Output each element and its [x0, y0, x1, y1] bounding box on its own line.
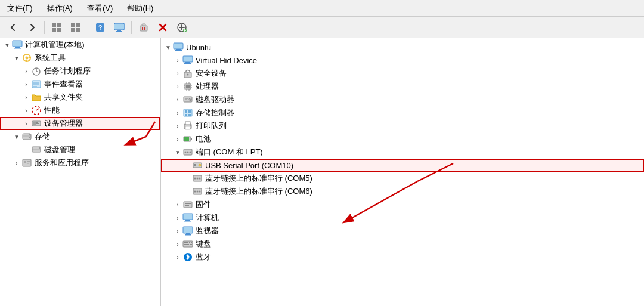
toggle-task[interactable]: › — [21, 66, 31, 76]
tree-monitor[interactable]: › 监视器 — [161, 224, 644, 237]
delete-button[interactable] — [135, 20, 152, 35]
tree-firmware[interactable]: › 固件 — [161, 198, 644, 211]
svg-rect-85 — [188, 110, 191, 113]
toggle-storage-ctrl[interactable]: › — [173, 108, 182, 118]
toggle-perf[interactable]: › — [21, 106, 31, 115]
tree-storage[interactable]: ▼ 存储 — [0, 130, 160, 143]
tree-system-tools[interactable]: ▼ 系统工具 — [0, 51, 160, 64]
toggle-event[interactable]: › — [21, 79, 31, 89]
svg-rect-124 — [191, 242, 192, 243]
tree-bt-com6[interactable]: › 蓝牙链接上的标准串行 (COM6) — [161, 185, 644, 198]
svg-rect-59 — [27, 163, 29, 164]
tree-print-queue[interactable]: › 打印队列 — [161, 119, 644, 132]
event-icon — [31, 79, 42, 89]
svg-point-109 — [199, 191, 201, 193]
root-label: 计算机管理(本地) — [25, 39, 85, 50]
toggle-security[interactable]: › — [173, 69, 182, 78]
tree-disk-mgmt[interactable]: › 磁盘管理 — [0, 143, 160, 156]
tree-shared-folders[interactable]: › 共享文件夹 — [0, 91, 160, 104]
print-queue-label: 打印队列 — [196, 120, 227, 131]
tree-services[interactable]: › 服务和应用程序 — [0, 156, 160, 169]
menu-action[interactable]: 操作(A) — [45, 2, 75, 15]
shared-folders-label: 共享文件夹 — [44, 92, 83, 103]
svg-rect-45 — [33, 122, 36, 125]
toggle-device-mgr[interactable]: › — [21, 119, 31, 128]
toggle-battery[interactable]: › — [173, 134, 182, 144]
svg-rect-58 — [27, 161, 30, 162]
toggle-shared[interactable]: › — [21, 92, 31, 102]
tree-disk-drives[interactable]: › 磁盘驱动器 — [161, 93, 644, 106]
add-button[interactable] — [174, 20, 190, 35]
svg-rect-111 — [185, 203, 191, 204]
tree-performance[interactable]: › 性能 — [0, 104, 160, 117]
svg-rect-34 — [29, 57, 31, 58]
tree-bluetooth[interactable]: › 蓝牙 — [161, 251, 644, 264]
tree-computer-node[interactable]: › 计算机 — [161, 211, 644, 224]
toggle-vhid[interactable]: › — [173, 55, 182, 65]
svg-rect-84 — [185, 110, 187, 113]
toggle-print[interactable]: › — [173, 121, 182, 131]
toggle-storage[interactable]: ▼ — [12, 132, 21, 141]
toggle-comp-node[interactable]: › — [173, 213, 182, 222]
tree-device-manager[interactable]: › 设备管理器 — [0, 117, 160, 130]
view-button-1[interactable] — [48, 20, 65, 35]
svg-rect-13 — [116, 31, 122, 32]
toggle-services[interactable]: › — [12, 158, 21, 168]
svg-rect-1 — [57, 23, 61, 27]
svg-rect-11 — [114, 24, 124, 29]
monitor-icon — [182, 225, 193, 236]
tree-usb-serial[interactable]: › USB Serial Port (COM10) — [161, 159, 644, 172]
menu-help[interactable]: 帮助(H) — [125, 2, 156, 15]
toolbar-sep-3 — [131, 21, 132, 34]
toggle-keyboard[interactable]: › — [173, 239, 182, 249]
tree-bt-com5[interactable]: › 蓝牙链接上的标准串行 (COM5) — [161, 172, 644, 185]
tree-virtual-hid[interactable]: › Virtual Hid Device — [161, 54, 644, 67]
svg-point-98 — [190, 152, 191, 153]
event-viewer-label: 事件查看器 — [44, 79, 83, 89]
services-icon — [21, 157, 32, 168]
system-tools-icon — [21, 52, 32, 63]
toolbar: ? — [0, 17, 644, 38]
svg-rect-113 — [183, 214, 193, 220]
tree-storage-ctrl[interactable]: › 存储控制器 — [161, 106, 644, 119]
toggle-system-tools[interactable]: ▼ — [12, 53, 21, 63]
back-button[interactable] — [5, 20, 21, 35]
performance-icon — [31, 105, 42, 116]
svg-rect-60 — [174, 43, 183, 49]
help-button[interactable]: ? — [92, 20, 109, 35]
tree-root-computer[interactable]: ▼ 计算机管理(本地) — [0, 38, 160, 51]
toggle-disk-drives[interactable]: › — [173, 95, 182, 104]
monitor-button[interactable] — [111, 20, 128, 35]
tree-battery[interactable]: › 电池 — [161, 132, 644, 146]
ports-label: 端口 (COM 和 LPT) — [196, 147, 263, 157]
bluetooth-icon — [182, 252, 193, 262]
svg-rect-2 — [52, 28, 56, 32]
toggle-monitor[interactable]: › — [173, 226, 182, 236]
tree-task-scheduler[interactable]: › 任务计划程序 — [0, 64, 160, 78]
view-button-2[interactable] — [67, 20, 84, 35]
tree-processor[interactable]: › 处理器 — [161, 80, 644, 93]
toggle-firmware[interactable]: › — [173, 200, 182, 209]
tree-event-viewer[interactable]: › 事件查看器 — [0, 78, 160, 91]
svg-rect-12 — [117, 30, 121, 31]
menu-file[interactable]: 文件(F) — [5, 2, 35, 15]
svg-rect-127 — [190, 244, 192, 245]
toggle-root[interactable]: ▼ — [2, 40, 12, 50]
tree-ports[interactable]: ▼ 端口 (COM 和 LPT) — [161, 146, 644, 159]
bt-com6-icon — [192, 186, 203, 197]
svg-point-108 — [197, 191, 199, 193]
tree-security-devices[interactable]: › 安全设备 — [161, 67, 644, 80]
forward-button[interactable] — [24, 20, 41, 35]
tree-ubuntu[interactable]: ▼ Ubuntu — [161, 41, 644, 54]
disk-drive-icon — [182, 94, 193, 105]
ubuntu-icon — [173, 42, 184, 52]
toggle-ports[interactable]: ▼ — [173, 147, 182, 157]
tree-keyboard[interactable]: › 键盘 — [161, 237, 644, 251]
svg-rect-46 — [36, 122, 38, 123]
toggle-bt[interactable]: › — [173, 252, 182, 262]
toggle-cpu[interactable]: › — [173, 82, 182, 91]
close-button[interactable] — [154, 20, 171, 35]
storage-icon — [21, 131, 32, 142]
toggle-ubuntu[interactable]: ▼ — [163, 42, 173, 52]
menu-view[interactable]: 查看(V) — [85, 2, 115, 15]
